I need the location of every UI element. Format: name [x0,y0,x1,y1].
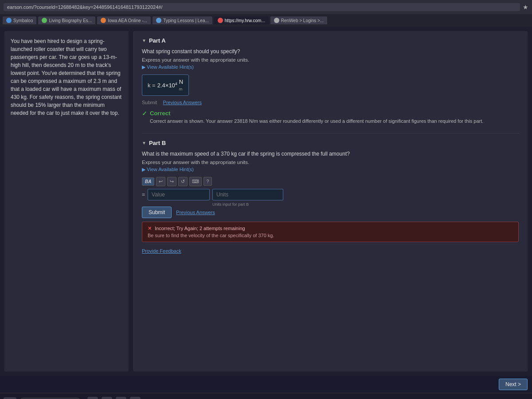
browser-bar: earson.com/?courseld=12688482&key=244859… [0,0,532,14]
part-a-submit-placeholder: Submit [142,100,157,105]
part-b-header[interactable]: ▼ Part B [142,140,519,146]
part-a-hint-link[interactable]: ▶ View Available Hint(s) [142,64,519,70]
main-content: You have been hired to design a spring-l… [0,27,532,376]
part-b-question: What is the maximum speed of a 370 kg ca… [142,151,519,157]
tab-iowa-icon [101,18,106,23]
part-a-correct-badge: ✓ Correct Correct answer is shown. Your … [142,110,519,125]
part-a-express: Express your answer with the appropriate… [142,57,519,63]
browser-url[interactable]: earson.com/?courseld=12688482&key=244859… [4,3,520,11]
tab-symbaloo[interactable]: Symbaloo [3,16,36,24]
formula-button[interactable]: BA [142,177,154,186]
part-a-answer-box: k = 2.4×104 Nm [142,74,189,96]
value-input[interactable] [148,189,210,200]
equals-prefix: = [142,192,145,198]
value-units-row: = Units input for part B [142,189,519,200]
part-a-eq-label: k = [148,82,156,89]
part-b-label: Part B [149,140,166,146]
part-a-section: ▼ Part A What spring constant should you… [142,37,519,125]
incorrect-detail: Be sure to find the velocity of the car … [148,233,513,238]
tab-biography[interactable]: Living Biography Es... [38,16,95,24]
incorrect-banner: ✕ Incorrect; Try Again; 2 attempts remai… [142,222,519,242]
checkmark-icon: ✓ [142,110,147,117]
keyboard-icon[interactable]: ⌨ [189,177,202,186]
reset-icon[interactable]: ↺ [178,177,188,186]
taskbar: ⊞ 🗂 🌐 📁 ⚙ 4:58 PM 4/12/2024 [0,393,532,399]
part-b-triangle-icon: ▼ [142,141,146,145]
taskbar-icon-4[interactable]: ⚙ [130,397,141,399]
next-button[interactable]: Next > [499,379,528,390]
tab-symbaloo-icon [6,18,12,23]
undo-icon[interactable]: ↩ [156,177,165,186]
x-icon: ✕ [148,226,152,231]
part-a-question: What spring constant should you specify? [142,48,519,55]
part-a-header[interactable]: ▼ Part A [142,37,519,44]
start-button[interactable]: ⊞ [4,397,16,399]
part-a-answer-value: 2.4×104 [157,82,177,89]
taskbar-icons: 🗂 🌐 📁 ⚙ [87,397,141,399]
part-b-express: Express your answer with the appropriate… [142,160,519,165]
redo-icon[interactable]: ↪ [167,177,176,186]
part-a-correct-detail: Correct answer is shown. Your answer 238… [150,117,483,125]
units-input[interactable] [212,189,283,200]
units-wrapper: Units input for part B [212,189,283,200]
part-b-prev-answers[interactable]: Previous Answers [176,210,215,215]
submit-row: Submit Previous Answers [142,207,519,218]
part-b-hint-link[interactable]: ▶ View Available Hint(s) [142,167,519,172]
part-a-prev-answers[interactable]: Previous Answers [163,100,202,105]
tab-hrw-icon [218,18,223,23]
part-b-section: ▼ Part B What is the maximum speed of a … [142,140,519,254]
taskbar-search-input[interactable] [19,398,81,399]
part-a-label: Part A [149,37,166,44]
taskbar-icon-2[interactable]: 🌐 [102,397,112,399]
tab-typing-icon [156,18,161,23]
next-row: Next > [0,376,532,393]
incorrect-label: Incorrect; Try Again; 2 attempts remaini… [155,226,245,231]
tab-renweb[interactable]: RenWeb > Logins >... [270,16,328,24]
part-a-triangle-icon: ▼ [142,38,146,43]
part-b-submit-button[interactable]: Submit [142,207,172,218]
taskbar-icon-3[interactable]: 📁 [116,397,126,399]
tab-renweb-icon [274,18,279,23]
tab-typing[interactable]: Typing Lessons | Lea... [153,16,212,24]
help-icon[interactable]: ? [203,177,211,186]
input-toolbar: BA ↩ ↪ ↺ ⌨ ? [142,177,519,186]
left-panel: You have been hired to design a spring-l… [4,31,129,372]
problem-description: You have been hired to design a spring-l… [11,37,122,117]
right-panel: ▼ Part A What spring constant should you… [133,31,528,372]
taskbar-icon-1[interactable]: 🗂 [87,397,98,399]
tab-hrw[interactable]: https://my.hrw.com... [214,16,269,24]
part-a-answer-unit: Nm [179,78,183,92]
tab-biography-icon [42,18,47,23]
tab-bar: Symbaloo Living Biography Es... Iowa AEA… [0,14,532,27]
browser-star-icon[interactable]: ★ [523,4,528,11]
units-hint-label: Units input for part B [212,202,249,207]
part-divider [142,133,519,133]
part-a-correct-label: Correct [150,110,483,117]
tab-iowa-aea[interactable]: Iowa AEA Online -... [97,16,151,24]
feedback-link[interactable]: Provide Feedback [142,248,519,254]
